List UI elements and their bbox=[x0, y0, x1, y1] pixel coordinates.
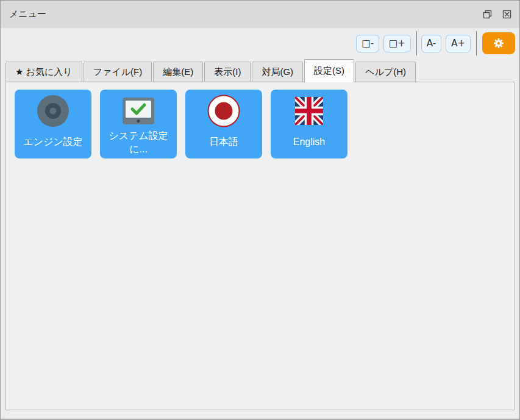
tile-label: 日本語 bbox=[209, 129, 238, 154]
settings-tab-pane: エンジン設定 システム設定 に... 日本語 bbox=[5, 82, 515, 410]
toolbar: □- □+ A- A+ bbox=[1, 28, 519, 59]
tab-settings[interactable]: 設定(S) bbox=[304, 59, 354, 82]
tab-favorites[interactable]: ★ お気に入り bbox=[5, 62, 82, 82]
tile-label: English bbox=[293, 129, 325, 154]
tab-edit[interactable]: 編集(E) bbox=[153, 62, 203, 82]
tile-label: システム設定 に... bbox=[109, 129, 168, 155]
restore-icon bbox=[483, 10, 492, 19]
tab-file[interactable]: ファイル(F) bbox=[84, 62, 152, 82]
monitor-check-icon bbox=[122, 93, 155, 129]
disc-icon bbox=[36, 93, 70, 129]
engine-settings-tile[interactable]: エンジン設定 bbox=[15, 90, 91, 158]
board-size-decrease-button[interactable]: □- bbox=[356, 35, 379, 52]
close-icon bbox=[502, 10, 511, 19]
english-language-tile[interactable]: English bbox=[271, 90, 347, 158]
window-title: メニュー bbox=[9, 9, 473, 20]
font-size-decrease-button[interactable]: A- bbox=[421, 35, 441, 52]
tab-view[interactable]: 表示(I) bbox=[204, 62, 251, 82]
settings-gear-button[interactable] bbox=[482, 32, 515, 54]
japanese-language-tile[interactable]: 日本語 bbox=[185, 90, 262, 158]
gear-icon bbox=[493, 37, 505, 49]
tab-help[interactable]: ヘルプ(H) bbox=[355, 62, 416, 82]
system-settings-tile[interactable]: システム設定 に... bbox=[100, 90, 177, 158]
japan-flag-icon bbox=[207, 93, 241, 129]
menu-window: メニュー □- □+ A- A+ bbox=[0, 0, 520, 420]
toolbar-separator bbox=[416, 31, 417, 55]
tile-label: エンジン設定 bbox=[23, 129, 83, 154]
board-size-increase-button[interactable]: □+ bbox=[383, 35, 411, 52]
menu-tabbar: ★ お気に入り ファイル(F) 編集(E) 表示(I) 対局(G) 設定(S) … bbox=[1, 59, 519, 82]
tab-game[interactable]: 対局(G) bbox=[252, 62, 303, 82]
uk-flag-icon bbox=[295, 93, 323, 129]
font-size-increase-button[interactable]: A+ bbox=[446, 35, 471, 52]
close-window-button[interactable] bbox=[502, 9, 512, 20]
restore-window-button[interactable] bbox=[482, 9, 493, 20]
titlebar: メニュー bbox=[1, 1, 519, 28]
toolbar-separator bbox=[476, 31, 477, 55]
